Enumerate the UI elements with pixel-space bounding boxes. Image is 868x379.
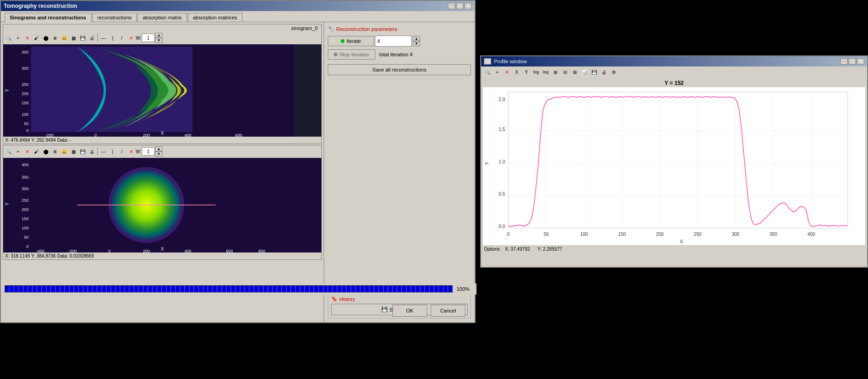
profile-grid-icon[interactable]: ⊞ <box>551 67 560 77</box>
w-input-1[interactable]: 1 <box>142 34 155 42</box>
ok-button[interactable]: OK <box>392 305 427 317</box>
minus-icon-2[interactable]: — <box>99 147 108 156</box>
brush-icon[interactable]: 🖌 <box>32 33 41 42</box>
plus-icon[interactable]: + <box>13 33 23 42</box>
circle-icon[interactable]: ⬤ <box>41 33 50 42</box>
sinogram-plot-container: sinogram_0 🔍 + ✕ 🖌 ⬤ ⊕ 😀 ▦ 💾 🖨 — | <box>3 24 322 144</box>
diagonal-icon[interactable]: / <box>117 33 127 42</box>
svg-text:Y: Y <box>5 89 10 92</box>
w-spin-down-2[interactable]: ▼ <box>155 151 163 156</box>
grid-icon[interactable]: ▦ <box>69 33 78 42</box>
profile-maximize-btn[interactable]: □ <box>849 58 856 65</box>
profile-plus-grid-icon[interactable]: ⊞ <box>570 67 579 77</box>
cancel-button[interactable]: Cancel <box>431 305 465 317</box>
svg-text:100: 100 <box>580 232 588 237</box>
tab-absorption-matrix[interactable]: absorption matrix <box>138 13 187 22</box>
print-icon-2[interactable]: 🖨 <box>87 147 96 156</box>
stop-label: Stop Iteration <box>339 52 369 57</box>
svg-text:250: 250 <box>694 232 702 237</box>
minus-icon[interactable]: — <box>99 33 108 42</box>
pan-icon[interactable]: ⊕ <box>50 33 60 42</box>
profile-close-btn[interactable]: ✕ <box>857 58 864 65</box>
svg-text:600: 600 <box>226 249 233 253</box>
x-icon[interactable]: ✕ <box>127 33 136 42</box>
progress-bar-inner <box>5 286 452 292</box>
profile-print-icon[interactable]: 🖨 <box>599 67 609 77</box>
svg-text:0: 0 <box>94 133 96 137</box>
profile-logy-btn[interactable]: log <box>541 67 550 77</box>
stop-iteration-button[interactable]: Stop Iteration <box>328 49 375 60</box>
svg-text:0: 0 <box>26 244 29 249</box>
profile-options-label[interactable]: Options <box>484 247 500 252</box>
sinogram-svg: 350 300 250 200 150 100 50 0 Y -200 <box>3 44 294 137</box>
profile-plus-icon[interactable]: + <box>493 67 502 77</box>
pan-icon-2[interactable]: ⊕ <box>50 147 60 156</box>
brush-icon-2[interactable]: 🖌 <box>32 147 41 156</box>
w-input-2[interactable]: 1 <box>142 147 155 156</box>
iterate-spin-up[interactable]: ▲ <box>413 36 420 41</box>
close-icon[interactable]: ✕ <box>23 33 32 42</box>
maximize-button[interactable]: □ <box>456 3 464 9</box>
progress-bar-container: 100% <box>1 283 476 295</box>
iterate-button[interactable]: Iterate <box>328 36 374 46</box>
w-spin-up-1[interactable]: ▲ <box>155 33 163 38</box>
svg-rect-4 <box>193 47 287 132</box>
svg-text:150: 150 <box>22 101 29 105</box>
w-spinner-2: ▲ ▼ <box>155 146 163 156</box>
print-icon[interactable]: 🖨 <box>87 33 96 42</box>
face-icon-2[interactable]: 😀 <box>60 147 69 156</box>
save-icon-2[interactable]: 💾 <box>78 147 87 156</box>
save-all-button[interactable]: Save all reconstructions <box>328 64 471 75</box>
tab-absorption-matrices[interactable]: absorption matrices <box>188 13 242 22</box>
save-icon[interactable]: 💾 <box>78 33 87 42</box>
profile-y-btn[interactable]: Y <box>522 67 531 77</box>
profile-close-icon[interactable]: ✕ <box>502 67 512 77</box>
svg-text:300: 300 <box>22 66 29 71</box>
profile-minus-grid-icon[interactable]: ⊟ <box>561 67 570 77</box>
left-panel: sinogram_0 🔍 + ✕ 🖌 ⬤ ⊕ 😀 ▦ 💾 🖨 — | <box>1 22 324 322</box>
plus-icon-2[interactable]: + <box>13 147 23 156</box>
circle-icon-2[interactable]: ⬤ <box>41 147 50 156</box>
tab-sinograms-reconstructions[interactable]: Sinograms and reconstructions <box>5 13 91 22</box>
w-spin-up-2[interactable]: ▲ <box>155 146 163 151</box>
zoom-icon[interactable]: 🔍 <box>4 33 13 42</box>
svg-text:400: 400 <box>184 133 191 137</box>
bar-icon[interactable]: | <box>108 33 117 42</box>
profile-y-status: Y: 2.285577 <box>537 247 562 252</box>
profile-settings-icon[interactable]: ⚙ <box>609 67 618 77</box>
iterate-value-input[interactable]: 4 <box>375 36 412 47</box>
reconstruction-toolbar: 🔍 + ✕ 🖌 ⬤ ⊕ 😀 ▦ 💾 🖨 — | / ✕ W: <box>3 145 321 158</box>
profile-chart-icon[interactable]: 📊 <box>580 67 589 77</box>
profile-logx-btn[interactable]: log <box>531 67 541 77</box>
history-label-container: 🔖 History <box>331 296 468 302</box>
w-spin-down-1[interactable]: ▼ <box>155 38 163 43</box>
svg-text:100: 100 <box>22 112 29 117</box>
grid-icon-2[interactable]: ▦ <box>69 147 78 156</box>
minimize-button[interactable]: _ <box>448 3 455 9</box>
tab-reconstructions[interactable]: reconstructions <box>92 13 137 22</box>
close-icon-2[interactable]: ✕ <box>23 147 32 156</box>
sinogram-toolbar: 🔍 + ✕ 🖌 ⬤ ⊕ 😀 ▦ 💾 🖨 — | / ✕ W: <box>3 32 321 44</box>
svg-text:200: 200 <box>22 207 29 212</box>
zoom-icon-2[interactable]: 🔍 <box>4 147 13 156</box>
main-content: sinogram_0 🔍 + ✕ 🖌 ⬤ ⊕ 😀 ▦ 💾 🖨 — | <box>1 22 475 322</box>
svg-text:350: 350 <box>22 175 29 180</box>
profile-save-icon[interactable]: 💾 <box>590 67 599 77</box>
iterate-spinner: ▲ ▼ <box>413 36 420 46</box>
profile-x-btn[interactable]: X <box>512 67 521 77</box>
total-iteration-text: total iteration 4 <box>379 52 412 57</box>
x-icon-2[interactable]: ✕ <box>127 147 136 156</box>
save-all-label: Save all reconstructions <box>373 67 427 72</box>
svg-text:200: 200 <box>656 232 664 237</box>
profile-title-buttons: _ □ ✕ <box>840 58 864 65</box>
iterate-spin-down[interactable]: ▼ <box>413 41 420 46</box>
face-icon[interactable]: 😀 <box>60 33 69 42</box>
bar-icon-2[interactable]: | <box>108 147 117 156</box>
svg-text:-400: -400 <box>36 249 44 253</box>
svg-text:0: 0 <box>507 232 510 237</box>
close-button[interactable]: ✕ <box>464 3 472 9</box>
profile-menu-btn[interactable]: □ <box>484 58 491 65</box>
profile-minimize-btn[interactable]: _ <box>840 58 848 65</box>
profile-zoom-icon[interactable]: 🔍 <box>483 67 492 77</box>
diagonal-icon-2[interactable]: / <box>117 147 127 156</box>
